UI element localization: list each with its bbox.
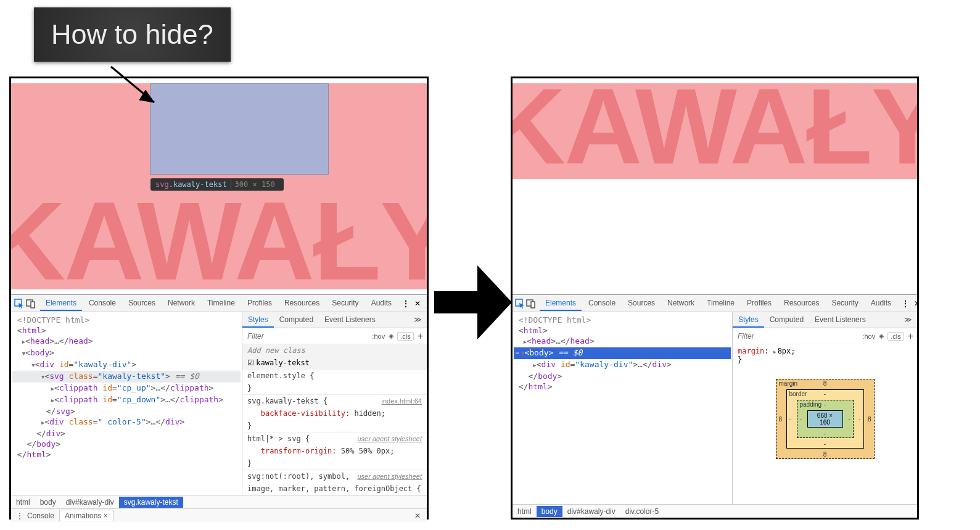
tab-security[interactable]: Security — [826, 296, 863, 311]
tab-computed[interactable]: Computed — [764, 312, 809, 328]
tab-elements[interactable]: Elements — [40, 296, 82, 311]
tab-security[interactable]: Security — [326, 296, 364, 311]
crumb-html[interactable]: html — [11, 497, 35, 508]
rule-ua-svgroot[interactable]: user agent stylesheetsvg:not(:root), sym… — [242, 470, 427, 482]
preview-area-left: KAWAŁY svg.kawaly-tekst300 × 150 — [11, 78, 427, 294]
tab-console[interactable]: Console — [83, 296, 121, 311]
tooltip-size: 300 × 150 — [231, 180, 275, 189]
devtools-left: Elements Console Sources Network Timelin… — [11, 294, 427, 522]
tab-styles[interactable]: Styles — [733, 312, 764, 328]
tab-sources[interactable]: Sources — [123, 296, 161, 311]
preview-area-right: KAWAŁY — [513, 78, 917, 294]
drawer-menu-icon[interactable]: ⋮ — [11, 510, 22, 521]
add-rule-icon[interactable]: + — [418, 331, 423, 342]
add-rule-icon[interactable]: + — [908, 331, 913, 342]
tab-elements[interactable]: Elements — [540, 296, 582, 311]
devtools-toolbar-right: Elements Console Sources Network Timelin… — [513, 295, 917, 312]
dom-tree-right[interactable]: <!DOCTYPE html> <html> <head>…</head> ⋯<… — [513, 312, 732, 504]
styles-rules-list: Add new class ☑ kawaly-tekst element.sty… — [242, 344, 427, 495]
box-model-content: 668 × 160 — [807, 410, 843, 428]
drawer-console[interactable]: Console — [22, 510, 59, 521]
inspect-icon[interactable] — [515, 296, 525, 311]
hov-toggle[interactable]: :hov — [372, 333, 385, 340]
tab-audits[interactable]: Audits — [366, 296, 397, 311]
tab-console[interactable]: Console — [583, 296, 621, 311]
rule-svg-kawaly[interactable]: index.html:64svg.kawaly-tekst { — [242, 394, 427, 407]
crumb-div[interactable]: div#kawaly-div — [61, 497, 119, 508]
more-tabs-icon[interactable]: ≫ — [408, 312, 427, 328]
class-checkbox-row[interactable]: ☑ kawaly-tekst — [242, 357, 427, 369]
drawer-animations[interactable]: Animations × — [59, 510, 113, 521]
tab-event-listeners[interactable]: Event Listeners — [319, 312, 381, 328]
more-tabs-icon[interactable]: ≫ — [899, 312, 917, 328]
cls-toggle[interactable]: .cls — [397, 332, 414, 341]
close-devtools-icon[interactable]: ✕ — [414, 299, 421, 308]
styles-filter-input[interactable] — [246, 331, 368, 341]
breadcrumb-left: html body div#kawaly-div svg.kawaly-teks… — [11, 495, 427, 508]
crumb-html[interactable]: html — [513, 506, 537, 517]
tab-event-listeners[interactable]: Event Listeners — [809, 312, 871, 328]
cls-toggle[interactable]: .cls — [887, 332, 904, 341]
drawer-close-icon[interactable]: ✕ — [408, 510, 427, 521]
svg-rect-5 — [31, 302, 35, 308]
tab-audits[interactable]: Audits — [865, 296, 897, 311]
tab-network[interactable]: Network — [162, 296, 200, 311]
add-class-input[interactable]: Add new class — [242, 344, 427, 357]
styles-filter-row: :hov ◈ .cls + — [242, 328, 427, 344]
styles-sidebar: Styles Computed Event Listeners ≫ :hov ◈… — [242, 312, 427, 495]
devtools-tabs: Elements Console Sources Network Timelin… — [40, 296, 397, 311]
svg-rect-8 — [531, 302, 535, 308]
tab-resources[interactable]: Resources — [778, 296, 825, 311]
crumb-body[interactable]: body — [537, 506, 562, 517]
style-margin-row[interactable]: margin: 8px; } — [733, 344, 917, 366]
tab-profiles[interactable]: Profiles — [242, 296, 278, 311]
tab-timeline[interactable]: Timeline — [202, 296, 241, 311]
box-model-diagram: margin 8 8 8 8 border - - - - padding — [776, 379, 875, 459]
kebab-icon[interactable]: ⋮ — [902, 299, 909, 308]
banner-title-right: KAWAŁY — [513, 83, 917, 179]
styles-filter-input[interactable] — [736, 331, 859, 341]
tooltip-class: .kawaly-tekst — [169, 180, 227, 189]
dom-tree[interactable]: <!DOCTYPE html> <html> <head>…</head> <b… — [11, 312, 242, 495]
tab-sources[interactable]: Sources — [622, 296, 661, 311]
element-highlight — [150, 83, 329, 175]
tab-styles[interactable]: Styles — [242, 312, 274, 328]
tab-profiles[interactable]: Profiles — [741, 296, 777, 311]
crumb-svg[interactable]: svg.kawaly-tekst — [119, 497, 183, 508]
device-toggle-icon[interactable] — [526, 296, 536, 311]
dom-selected-body[interactable]: ⋯<body> == $0 — [514, 347, 731, 359]
crumb-color[interactable]: div.color-5 — [620, 506, 664, 517]
transition-arrow-icon — [434, 259, 514, 346]
hov-toggle[interactable]: :hov — [862, 333, 875, 340]
element-tooltip: svg.kawaly-tekst300 × 150 — [150, 178, 284, 191]
pin-icon[interactable]: ◈ — [389, 332, 393, 340]
callout-box: How to hide? — [34, 7, 231, 62]
tab-network[interactable]: Network — [662, 296, 700, 311]
crumb-div[interactable]: div#kawaly-div — [562, 506, 620, 517]
tab-computed[interactable]: Computed — [274, 312, 319, 328]
dom-selected-svg[interactable]: <svg class="kawaly-tekst"> == $0 — [12, 371, 241, 383]
close-devtools-icon[interactable]: ✕ — [914, 299, 920, 308]
window-before: KAWAŁY svg.kawaly-tekst300 × 150 Element… — [9, 77, 429, 520]
callout-arrow — [86, 64, 173, 120]
tab-timeline[interactable]: Timeline — [701, 296, 740, 311]
callout-text: How to hide? — [51, 19, 213, 50]
rule-element-style[interactable]: element.style { — [242, 369, 427, 382]
svg-marker-2 — [434, 265, 512, 339]
styles-sidebar-right: Styles Computed Event Listeners ≫ :hov ◈… — [732, 312, 917, 504]
tooltip-tag: svg — [155, 180, 169, 189]
breadcrumb-right: html body div#kawaly-div div.color-5 — [513, 504, 917, 518]
kebab-icon[interactable]: ⋮ — [402, 299, 410, 308]
crumb-body[interactable]: body — [35, 497, 61, 508]
devtools-right: Elements Console Sources Network Timelin… — [513, 294, 917, 518]
styles-tabs: Styles Computed Event Listeners ≫ — [242, 312, 427, 328]
window-after: KAWAŁY Elements Console Sources Network … — [511, 77, 919, 520]
device-toggle-icon[interactable] — [25, 296, 36, 311]
inspect-icon[interactable] — [14, 296, 24, 311]
drawer: ⋮ Console Animations × ✕ — [11, 508, 427, 522]
tab-resources[interactable]: Resources — [279, 296, 325, 311]
pin-icon[interactable]: ◈ — [879, 332, 884, 340]
rule-ua-svg[interactable]: user agent stylesheethtml|* > svg { — [242, 432, 427, 445]
devtools-toolbar: Elements Console Sources Network Timelin… — [11, 295, 427, 312]
banner-title: KAWAŁY — [11, 186, 427, 289]
